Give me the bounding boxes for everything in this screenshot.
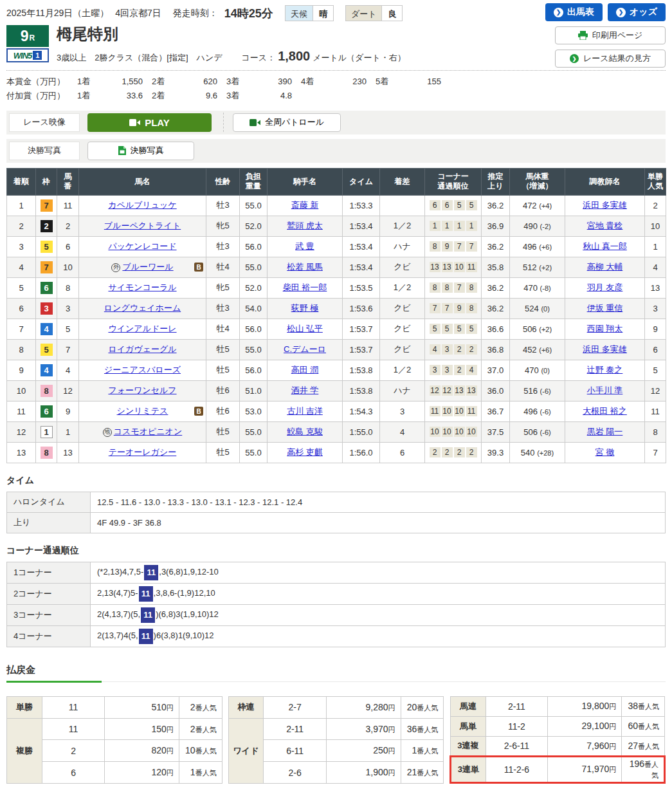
payout-amount: 19,800円 [548, 696, 622, 716]
highlighted-horse-number: 11 [139, 586, 153, 602]
trainer-link[interactable]: 辻野 泰之 [587, 365, 623, 374]
trainer-link[interactable]: 高柳 大輔 [587, 262, 623, 272]
jockey-cell: 松山 弘平 [268, 319, 343, 339]
horse-link[interactable]: サイモンコーラル [108, 282, 176, 292]
corner-section-title: コーナー通過順位 [6, 545, 666, 557]
body-weight-cell: 490 (-2) [510, 216, 565, 236]
odds-button[interactable]: ❯ オッズ [608, 3, 666, 21]
horse-link[interactable]: ジーニアスバローズ [104, 365, 181, 374]
jockey-link[interactable]: 高杉 吏麒 [287, 447, 323, 457]
trainer-cell: 宮 徹 [565, 442, 645, 463]
corner-position: 12 [442, 385, 453, 396]
jockey-link[interactable]: 武 豊 [295, 241, 314, 251]
finish-time: 1:55.0 [343, 421, 380, 442]
corner-positions-cell: 8977 [425, 236, 482, 257]
trainer-link[interactable]: 浜田 多実雄 [583, 200, 627, 210]
finish-position: 1 [7, 195, 36, 216]
margin: クビ [380, 319, 425, 339]
corner-position: 2 [466, 447, 477, 457]
bet-type-label: 単勝 [7, 696, 42, 718]
prize-value: 33.6 [104, 91, 143, 100]
finish-position: 13 [7, 442, 36, 463]
result-guide-button[interactable]: ❯ レース結果の見方 [555, 50, 666, 68]
corner-positions-cell: 2222 [425, 442, 482, 463]
results-column-header: 推定上り [482, 168, 510, 195]
finish-photo-button[interactable]: 決勝写真 [87, 142, 194, 160]
corner-positions: 7798 [427, 303, 479, 313]
jockey-link[interactable]: 荻野 極 [291, 303, 319, 313]
corner-positions: 11101011 [427, 406, 479, 416]
jockey-link[interactable]: 古川 吉洋 [287, 406, 323, 416]
play-button[interactable]: PLAY [87, 113, 212, 132]
horse-link[interactable]: ロイガヴェーグル [108, 344, 176, 354]
sex-age: 牡5 [206, 360, 240, 380]
jockey-link[interactable]: 松山 弘平 [287, 324, 323, 333]
jockey-link[interactable]: C.デムーロ [284, 344, 326, 354]
horse-link[interactable]: カペルブリュッケ [108, 200, 176, 210]
prize-rank: 3着 [226, 76, 253, 88]
trainer-link[interactable]: 大根田 裕之 [583, 406, 627, 416]
horse-link[interactable]: パッケンレコード [108, 241, 176, 251]
body-weight-cell: 470 (-8) [510, 277, 565, 298]
jockey-link[interactable]: 高田 潤 [291, 365, 319, 374]
trainer-link[interactable]: 羽月 友彦 [587, 282, 623, 292]
body-weight-cell: 540 (+28) [510, 442, 565, 463]
jockey-link[interactable]: 斎藤 新 [291, 200, 319, 210]
frame-number-badge: 4 [41, 323, 53, 335]
corner-positions: 1111 [427, 221, 479, 231]
payout-favorite-rank: 21番人気 [401, 762, 444, 784]
payout-favorite-rank: 2番人気 [179, 696, 222, 718]
corner-position: 10 [454, 406, 465, 416]
trainer-link[interactable]: 西園 翔太 [587, 324, 623, 333]
frame-cell: 5 [36, 236, 57, 257]
play-button-label: PLAY [145, 117, 170, 128]
finish-position: 5 [7, 277, 36, 298]
frame-number-badge: 8 [41, 447, 53, 459]
horse-link[interactable]: テーオーレガシー [109, 447, 177, 457]
prize-pair: 5着155 [376, 76, 450, 88]
corner-position: 10 [466, 427, 477, 437]
print-page-button[interactable]: 印刷用ページ [555, 26, 666, 44]
horse-link[interactable]: ブルーワール [122, 262, 173, 272]
horse-link[interactable]: ブルーペクトライト [104, 221, 181, 230]
margin: 1／2 [380, 360, 425, 380]
horse-link[interactable]: シンリミテス [117, 406, 168, 416]
margin: クビ [380, 298, 425, 319]
jockey-link[interactable]: 松若 風馬 [287, 262, 323, 272]
payout-favorite-rank: 196番人気 [622, 756, 665, 782]
trainer-cell: 浜田 多実雄 [565, 195, 645, 216]
results-body: 1711カペルブリュッケ牡355.0斎藤 新1:53.3665536.2472 … [7, 195, 666, 463]
trainer-link[interactable]: 小手川 準 [587, 385, 623, 395]
trainer-link[interactable]: 伊坂 重信 [587, 303, 623, 313]
horse-link[interactable]: ウインアルドーレ [108, 324, 176, 333]
sex-age: 牡4 [206, 257, 240, 277]
horse-link[interactable]: コスモオピニオン [114, 427, 182, 436]
margin: 4 [380, 421, 425, 442]
payout-row: 複勝11150円2番人気 [7, 718, 222, 740]
time-section-title: タイム [6, 475, 666, 486]
corner-order-row: 3コーナー2(4,13,7)(5,11)(6,8)3(1,9,10)12 [7, 604, 666, 625]
last-3f: 36.2 [482, 298, 510, 319]
prize-pair: 1着1,550 [77, 76, 152, 88]
prize-pair: 3着4.8 [226, 90, 301, 102]
trainer-link[interactable]: 宮 徹 [595, 447, 615, 457]
favorite-unit: 番人気 [638, 723, 659, 730]
trainer-link[interactable]: 秋山 真一郎 [583, 241, 627, 251]
trainer-link[interactable]: 浜田 多実雄 [583, 344, 627, 354]
jockey-link[interactable]: 柴田 裕一郎 [283, 282, 327, 292]
odds-button-label: オッズ [630, 6, 657, 18]
shutsuba-button[interactable]: ❯ 出馬表 [545, 3, 603, 21]
jockey-link[interactable]: 酒井 学 [291, 385, 319, 395]
trainer-link[interactable]: 黒岩 陽一 [587, 427, 623, 436]
horse-link[interactable]: フォーワンセルフ [108, 385, 176, 395]
jockey-link[interactable]: 鷲頭 虎太 [287, 221, 323, 230]
jockey-link[interactable]: 鮫島 克駿 [287, 427, 323, 436]
frame-cell: 2 [36, 216, 57, 236]
trainer-link[interactable]: 宮地 貴稔 [587, 221, 623, 230]
patrol-video-button[interactable]: 全周パトロール [233, 113, 341, 132]
horse-link[interactable]: ロングウェイホーム [104, 303, 181, 313]
corner-position: 7 [454, 241, 465, 252]
corner-position: 2 [454, 344, 465, 355]
jockey-cell: 柴田 裕一郎 [268, 277, 343, 298]
prize-value: 4.8 [253, 91, 292, 100]
